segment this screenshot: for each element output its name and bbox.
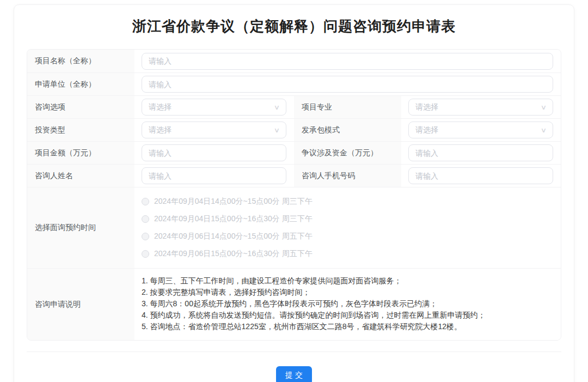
schedule-options: 2024年09月04日14点00分~15点00分 周三下午 2024年09月04… <box>134 187 561 268</box>
row-consultant-name: 咨询人姓名 咨询人手机号码 <box>27 164 561 187</box>
row-investment-type: 投资类型 请选择 ∨ 发承包模式 请选择 ∨ <box>27 118 561 141</box>
consultant-name-input[interactable] <box>142 167 286 184</box>
note-item: 3. 每周六8：00起系统开放预约，黑色字体时段表示可预约，灰色字体时段表示已约… <box>142 298 437 310</box>
consult-option-field: 请选择 ∨ <box>134 96 294 118</box>
consultant-phone-label: 咨询人手机号码 <box>294 165 401 187</box>
schedule-option-3[interactable]: 2024年09月06日14点00分~15点00分 周五下午 <box>142 228 313 245</box>
consultant-name-field <box>134 165 294 187</box>
schedule-option-label: 2024年09月04日15点00分~16点30分 周三下午 <box>154 214 313 224</box>
project-amount-label: 项目金额（万元） <box>27 142 134 164</box>
schedule-option-1[interactable]: 2024年09月04日14点00分~15点00分 周三下午 <box>142 193 313 210</box>
project-major-field: 请选择 ∨ <box>401 96 561 118</box>
project-name-field <box>134 50 561 72</box>
investment-type-field: 请选择 ∨ <box>134 119 294 141</box>
row-apply-unit: 申请单位（全称） <box>27 72 561 95</box>
consultant-phone-field <box>401 165 561 187</box>
row-notes: 咨询申请说明 1. 每周三、五下午工作时间，由建设工程造价专家提供问题面对面咨询… <box>27 268 561 340</box>
select-placeholder: 请选择 <box>415 125 438 135</box>
project-name-input[interactable] <box>142 53 553 70</box>
select-placeholder: 请选择 <box>415 102 438 112</box>
apply-unit-label: 申请单位（全称） <box>27 73 134 95</box>
radio-icon <box>142 250 149 258</box>
chevron-down-icon: ∨ <box>274 104 280 111</box>
notes-content: 1. 每周三、五下午工作时间，由建设工程造价专家提供问题面对面咨询服务； 2. … <box>134 269 561 340</box>
radio-icon <box>142 215 149 223</box>
contract-mode-field: 请选择 ∨ <box>401 119 561 141</box>
project-name-label: 项目名称（全称） <box>27 50 134 72</box>
form-card: 浙江省价款争议（定额解释）问题咨询预约申请表 项目名称（全称） 申请单位（全称）… <box>14 4 574 382</box>
radio-icon <box>142 198 149 205</box>
page-title: 浙江省价款争议（定额解释）问题咨询预约申请表 <box>27 17 561 36</box>
row-project-name: 项目名称（全称） <box>27 50 561 72</box>
notes-label: 咨询申请说明 <box>27 269 134 340</box>
investment-type-select[interactable]: 请选择 ∨ <box>142 122 286 138</box>
select-placeholder: 请选择 <box>149 102 171 112</box>
project-major-label: 项目专业 <box>294 96 401 118</box>
investment-type-label: 投资类型 <box>27 119 134 141</box>
submit-button[interactable]: 提 交 <box>276 366 312 382</box>
apply-unit-field <box>134 73 561 95</box>
schedule-option-label: 2024年09月04日14点00分~15点00分 周三下午 <box>154 197 313 207</box>
row-project-amount: 项目金额（万元） 争议涉及资金（万元） <box>27 141 561 164</box>
schedule-label: 选择面询预约时间 <box>27 187 134 268</box>
schedule-option-label: 2024年09月06日15点00分~16点30分 周五下午 <box>154 249 313 259</box>
chevron-down-icon: ∨ <box>541 127 547 134</box>
dispute-amount-input[interactable] <box>408 144 553 161</box>
submit-area: 提 交 <box>27 366 561 382</box>
contract-mode-select[interactable]: 请选择 ∨ <box>408 122 553 138</box>
schedule-option-2[interactable]: 2024年09月04日15点00分~16点30分 周三下午 <box>142 210 313 228</box>
consult-option-select[interactable]: 请选择 ∨ <box>142 99 286 116</box>
form-table: 项目名称（全称） 申请单位（全称） 咨询选项 请选择 ∨ 项目专业 <box>27 49 561 341</box>
divider <box>27 351 561 352</box>
project-amount-field <box>134 142 294 164</box>
note-item: 5. 咨询地点：省造价管理总站1225室，杭州市西湖区文二路8号，省建筑科学研究… <box>142 321 462 332</box>
consultant-phone-input[interactable] <box>408 167 553 184</box>
select-placeholder: 请选择 <box>149 125 171 135</box>
note-item: 2. 按要求完整填写申请表，选择好预约咨询时间； <box>142 287 310 298</box>
project-major-select[interactable]: 请选择 ∨ <box>408 99 553 116</box>
contract-mode-label: 发承包模式 <box>294 119 401 141</box>
row-consult-option: 咨询选项 请选择 ∨ 项目专业 请选择 ∨ <box>27 95 561 118</box>
project-amount-input[interactable] <box>142 144 286 161</box>
row-schedule: 选择面询预约时间 2024年09月04日14点00分~15点00分 周三下午 2… <box>27 187 561 268</box>
note-item: 4. 预约成功，系统将自动发送预约短信。请按预约确定的时间到场咨询，过时需在网上… <box>142 310 486 321</box>
chevron-down-icon: ∨ <box>541 104 547 111</box>
dispute-amount-field <box>401 142 561 164</box>
apply-unit-input[interactable] <box>142 76 553 93</box>
radio-icon <box>142 233 149 240</box>
note-item: 1. 每周三、五下午工作时间，由建设工程造价专家提供问题面对面咨询服务； <box>142 275 402 287</box>
schedule-option-4[interactable]: 2024年09月06日15点00分~16点30分 周五下午 <box>142 245 313 263</box>
consultant-name-label: 咨询人姓名 <box>27 165 134 187</box>
dispute-amount-label: 争议涉及资金（万元） <box>294 142 401 164</box>
chevron-down-icon: ∨ <box>274 127 280 134</box>
consult-option-label: 咨询选项 <box>27 96 134 118</box>
schedule-option-label: 2024年09月06日14点00分~15点00分 周五下午 <box>154 232 313 241</box>
